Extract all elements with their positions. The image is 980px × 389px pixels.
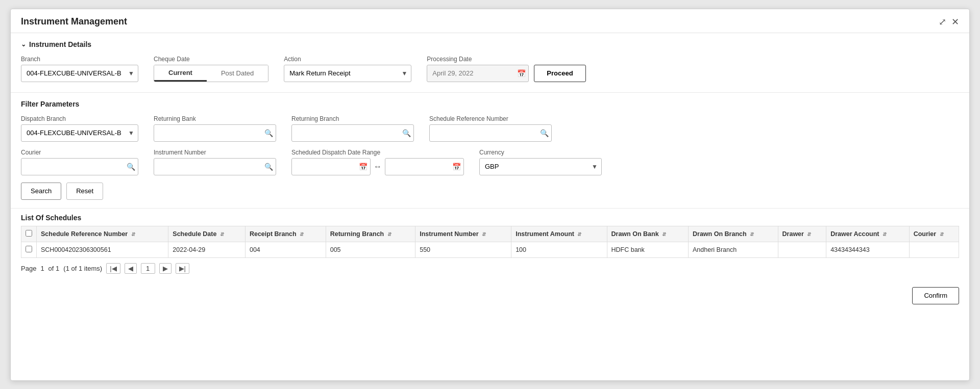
schedule-ref-search-icon[interactable]: 🔍 bbox=[540, 129, 549, 137]
current-toggle-btn[interactable]: Current bbox=[154, 65, 207, 82]
col-drawn-on-branch: Drawn On Branch ⇵ bbox=[689, 226, 778, 242]
returning-bank-group: Returning Bank 🔍 bbox=[154, 115, 276, 142]
sort-instrument-amount-icon[interactable]: ⇵ bbox=[577, 231, 581, 237]
cell-schedule-ref: SCH0004202306300561 bbox=[37, 242, 168, 257]
sort-schedule-date-icon[interactable]: ⇵ bbox=[220, 231, 224, 237]
cheque-date-group: Cheque Date Current Post Dated bbox=[154, 56, 268, 82]
cheque-date-label: Cheque Date bbox=[154, 56, 268, 63]
dispatch-date-range-label: Scheduled Dispatch Date Range bbox=[291, 149, 464, 156]
dispatch-date-from-wrap: April 29, 2022 📅 bbox=[291, 158, 371, 175]
instrument-number-label: Instrument Number bbox=[154, 149, 276, 156]
table-header-checkbox bbox=[21, 226, 37, 242]
cell-returning-branch: 005 bbox=[326, 242, 415, 257]
first-page-button[interactable]: |◀ bbox=[106, 263, 120, 274]
collapse-chevron[interactable]: ⌄ bbox=[21, 41, 26, 48]
date-range-arrow-icon: ↔ bbox=[374, 162, 382, 171]
confirm-row: Confirm bbox=[11, 281, 969, 313]
returning-branch-input-wrap: 🔍 bbox=[291, 124, 414, 142]
currency-group: Currency GBPUSDEUR ▼ bbox=[479, 149, 602, 175]
filter-actions-row: Search Reset bbox=[21, 183, 959, 200]
col-instrument-number: Instrument Number ⇵ bbox=[415, 226, 511, 242]
table-row: SCH0004202306300561 2022-04-29 004 005 5… bbox=[21, 242, 959, 257]
courier-label: Courier bbox=[21, 149, 138, 156]
filter-row-2: Courier 🔍 Instrument Number 🔍 Scheduled … bbox=[21, 149, 959, 175]
page-number-display: 1 bbox=[141, 263, 155, 274]
dispatch-date-from-calendar-icon[interactable]: 📅 bbox=[359, 163, 368, 171]
action-select[interactable]: Mark Return Receipt bbox=[284, 65, 411, 82]
modal-header: Instrument Management ⤢ ✕ bbox=[11, 9, 969, 33]
modal-header-actions: ⤢ ✕ bbox=[939, 16, 959, 28]
sort-drawer-account-icon[interactable]: ⇵ bbox=[883, 231, 887, 237]
dispatch-branch-group: Dispatch Branch 004-FLEXCUBE-UNIVERSAL-B… bbox=[21, 115, 138, 142]
instrument-management-modal: Instrument Management ⤢ ✕ ⌄ Instrument D… bbox=[10, 9, 970, 381]
col-courier: Courier ⇵ bbox=[909, 226, 959, 242]
processing-date-input[interactable] bbox=[427, 65, 529, 82]
instrument-number-input-wrap: 🔍 bbox=[154, 158, 276, 175]
sort-courier-icon[interactable]: ⇵ bbox=[940, 231, 944, 237]
dispatch-branch-select[interactable]: 004-FLEXCUBE-UNIVERSAL-B bbox=[21, 124, 138, 142]
schedule-ref-input[interactable] bbox=[429, 124, 552, 142]
courier-input-wrap: 🔍 bbox=[21, 158, 138, 175]
instrument-details-row: Branch 004-FLEXCUBE-UNIVERSAL-B ▼ Cheque… bbox=[21, 56, 959, 82]
dispatch-date-to-calendar-icon[interactable]: 📅 bbox=[452, 163, 461, 171]
cell-schedule-date: 2022-04-29 bbox=[168, 242, 246, 257]
branch-group: Branch 004-FLEXCUBE-UNIVERSAL-B ▼ bbox=[21, 56, 138, 82]
returning-bank-search-icon[interactable]: 🔍 bbox=[264, 129, 273, 137]
cell-receipt-branch: 004 bbox=[245, 242, 326, 257]
prev-page-button[interactable]: ◀ bbox=[125, 263, 137, 274]
col-schedule-date: Schedule Date ⇵ bbox=[168, 226, 246, 242]
row-checkbox[interactable] bbox=[26, 246, 32, 252]
courier-input[interactable] bbox=[21, 158, 138, 175]
confirm-button[interactable]: Confirm bbox=[912, 287, 959, 304]
table-header-row: Schedule Reference Number ⇵ Schedule Dat… bbox=[21, 226, 959, 242]
branch-select-wrap: 004-FLEXCUBE-UNIVERSAL-B ▼ bbox=[21, 65, 138, 82]
close-icon[interactable]: ✕ bbox=[951, 16, 959, 28]
col-drawn-on-bank: Drawn On Bank ⇵ bbox=[607, 226, 689, 242]
returning-bank-label: Returning Bank bbox=[154, 115, 276, 122]
processing-date-calendar-icon[interactable]: 📅 bbox=[517, 69, 526, 77]
dispatch-branch-label: Dispatch Branch bbox=[21, 115, 138, 122]
sort-drawn-on-branch-icon[interactable]: ⇵ bbox=[750, 231, 754, 237]
current-page-display: 1 bbox=[40, 265, 44, 272]
cell-instrument-number: 550 bbox=[415, 242, 511, 257]
courier-group: Courier 🔍 bbox=[21, 149, 138, 175]
dispatch-branch-select-wrap: 004-FLEXCUBE-UNIVERSAL-B ▼ bbox=[21, 124, 138, 142]
search-button[interactable]: Search bbox=[21, 183, 61, 200]
branch-select[interactable]: 004-FLEXCUBE-UNIVERSAL-B bbox=[21, 65, 138, 82]
last-page-button[interactable]: ▶| bbox=[176, 263, 189, 274]
branch-label: Branch bbox=[21, 56, 138, 63]
page-label: Page bbox=[21, 265, 36, 272]
sort-drawn-on-bank-icon[interactable]: ⇵ bbox=[662, 231, 666, 237]
cell-drawer-account: 43434344343 bbox=[826, 242, 910, 257]
dispatch-date-to-wrap: April 29, 2022 📅 bbox=[385, 158, 464, 175]
returning-bank-input[interactable] bbox=[154, 124, 276, 142]
cell-courier bbox=[909, 242, 959, 257]
sort-drawer-icon[interactable]: ⇵ bbox=[807, 231, 811, 237]
instrument-details-title: ⌄ Instrument Details bbox=[21, 40, 959, 48]
proceed-button[interactable]: Proceed bbox=[534, 65, 585, 82]
filter-parameters-title: Filter Parameters bbox=[21, 100, 959, 108]
reset-button[interactable]: Reset bbox=[66, 183, 103, 200]
currency-select-wrap: GBPUSDEUR ▼ bbox=[479, 158, 602, 175]
sort-schedule-ref-icon[interactable]: ⇵ bbox=[131, 231, 135, 237]
col-drawer: Drawer ⇵ bbox=[778, 226, 826, 242]
instrument-number-input[interactable] bbox=[154, 158, 276, 175]
returning-branch-group: Returning Branch 🔍 bbox=[291, 115, 414, 142]
modal-title: Instrument Management bbox=[21, 16, 127, 27]
returning-branch-search-icon[interactable]: 🔍 bbox=[402, 129, 411, 137]
sort-receipt-branch-icon[interactable]: ⇵ bbox=[300, 231, 304, 237]
sort-returning-branch-icon[interactable]: ⇵ bbox=[387, 231, 391, 237]
courier-search-icon[interactable]: 🔍 bbox=[127, 163, 135, 171]
instrument-number-search-icon[interactable]: 🔍 bbox=[264, 163, 273, 171]
schedules-table: Schedule Reference Number ⇵ Schedule Dat… bbox=[21, 226, 959, 258]
list-of-schedules-section: List Of Schedules Schedule Reference Num… bbox=[11, 209, 969, 281]
returning-branch-input[interactable] bbox=[291, 124, 414, 142]
select-all-checkbox[interactable] bbox=[26, 230, 32, 237]
col-drawer-account: Drawer Account ⇵ bbox=[826, 226, 910, 242]
currency-select[interactable]: GBPUSDEUR bbox=[479, 158, 602, 175]
post-dated-toggle-btn[interactable]: Post Dated bbox=[207, 65, 268, 82]
next-page-button[interactable]: ▶ bbox=[159, 263, 172, 274]
cell-drawn-on-branch: Andheri Branch bbox=[689, 242, 778, 257]
expand-icon[interactable]: ⤢ bbox=[939, 16, 946, 28]
sort-instrument-number-icon[interactable]: ⇵ bbox=[482, 231, 486, 237]
